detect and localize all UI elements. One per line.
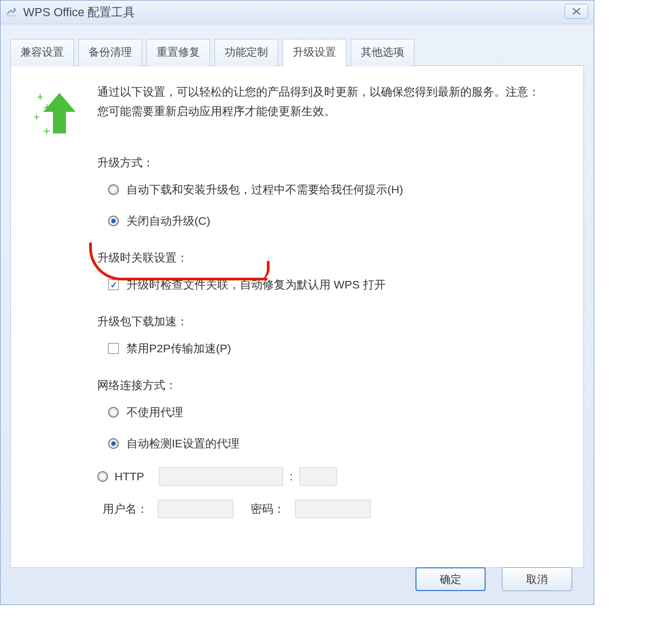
credentials-row: 用户名： 密码： (103, 500, 567, 518)
dialog-buttons: 确定 取消 (415, 567, 572, 591)
http-colon: : (290, 470, 293, 483)
app-icon (5, 6, 18, 19)
network-title: 网络连接方式： (97, 378, 567, 393)
proxy-http-row: HTTP : (97, 467, 567, 486)
tab-custom[interactable]: 功能定制 (214, 39, 278, 66)
checkbox-assoc-label: 升级时检查文件关联，自动修复为默认用 WPS 打开 (126, 277, 386, 292)
accel-title: 升级包下载加速： (97, 314, 567, 329)
tab-bar: 兼容设置 备份清理 重置修复 功能定制 升级设置 其他选项 (10, 38, 584, 66)
svg-text:+: + (33, 111, 40, 123)
upgrade-mode-auto[interactable]: 自动下载和安装升级包，过程中不需要给我任何提示(H) (108, 182, 567, 197)
svg-text:+: + (43, 100, 51, 115)
radio-http-proxy[interactable] (97, 471, 108, 482)
tab-other[interactable]: 其他选项 (351, 39, 414, 66)
checkbox-assoc[interactable] (108, 279, 119, 290)
proxy-ie[interactable]: 自动检测IE设置的代理 (108, 436, 567, 451)
cancel-button[interactable]: 取消 (502, 567, 572, 591)
radio-no-proxy[interactable] (108, 407, 119, 418)
radio-off-label: 关闭自动升级(C) (126, 213, 210, 229)
assoc-option[interactable]: 升级时检查文件关联，自动修复为默认用 WPS 打开 (108, 277, 567, 292)
radio-http-label: HTTP (115, 470, 152, 483)
tab-backup[interactable]: 备份清理 (78, 39, 142, 66)
username-label: 用户名： (103, 501, 151, 516)
config-window: WPS Office 配置工具 兼容设置 备份清理 重置修复 功能定制 升级设置… (0, 0, 594, 605)
radio-ie-proxy[interactable] (108, 438, 119, 449)
panel-upgrade: + + + + 通过以下设置，可以轻松的让您的产品得到及时更新，以确保您得到最新… (10, 65, 584, 568)
assoc-title: 升级时关联设置： (97, 250, 567, 265)
svg-point-0 (14, 8, 16, 10)
tab-upgrade[interactable]: 升级设置 (283, 39, 346, 66)
password-label: 密码： (251, 501, 288, 516)
http-host-input[interactable] (159, 467, 283, 486)
window-title: WPS Office 配置工具 (23, 4, 135, 21)
password-input[interactable] (295, 500, 371, 518)
svg-rect-1 (6, 15, 16, 17)
radio-auto[interactable] (108, 184, 119, 195)
tab-compat[interactable]: 兼容设置 (10, 39, 74, 66)
checkbox-p2p[interactable] (108, 343, 119, 354)
tab-reset[interactable]: 重置修复 (146, 39, 210, 66)
upgrade-mode-off[interactable]: 关闭自动升级(C) (108, 213, 567, 229)
svg-text:+: + (43, 124, 50, 138)
radio-no-proxy-label: 不使用代理 (126, 405, 183, 420)
radio-ie-proxy-label: 自动检测IE设置的代理 (126, 436, 239, 451)
http-port-input[interactable] (299, 467, 337, 486)
upgrade-description: 通过以下设置，可以轻松的让您的产品得到及时更新，以确保您得到最新的服务。注意：您… (97, 82, 540, 120)
svg-text:+: + (37, 90, 44, 104)
ok-button[interactable]: 确定 (415, 567, 486, 591)
radio-off[interactable] (108, 216, 119, 226)
upgrade-mode-title: 升级方式： (97, 155, 567, 170)
proxy-none[interactable]: 不使用代理 (108, 405, 567, 420)
checkbox-p2p-label: 禁用P2P传输加速(P) (126, 341, 231, 356)
titlebar: WPS Office 配置工具 (1, 1, 594, 24)
radio-auto-label: 自动下载和安装升级包，过程中不需要给我任何提示(H) (126, 182, 403, 197)
accel-option[interactable]: 禁用P2P传输加速(P) (108, 341, 567, 356)
username-input[interactable] (158, 500, 233, 518)
upgrade-arrow-icon: + + + + (27, 82, 86, 142)
close-button[interactable] (565, 4, 588, 19)
